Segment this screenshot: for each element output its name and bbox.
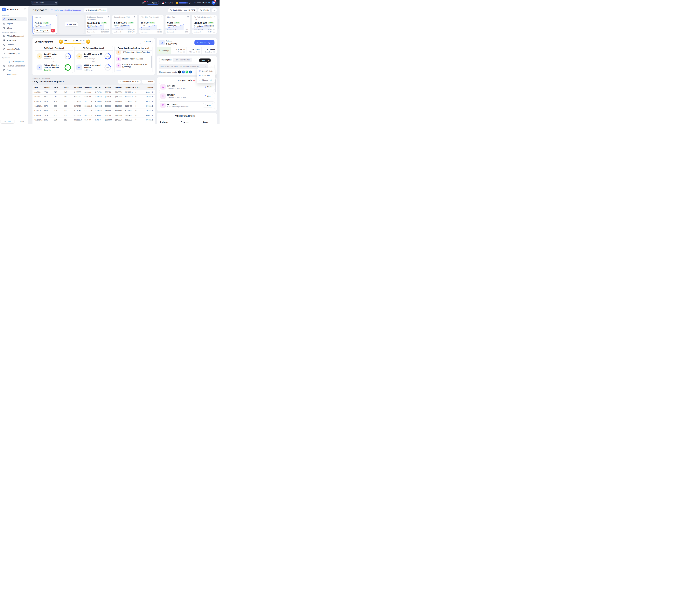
column-header[interactable]: CPAs	[63, 85, 73, 90]
copy-icon[interactable]	[205, 65, 207, 67]
column-header[interactable]: FTDs	[53, 85, 63, 90]
table-cell: 0	[134, 94, 144, 99]
rewards-list[interactable]: +5% Commission Boost (Recurring) Monthly…	[115, 51, 152, 71]
earnings-today: $ 1,245.00 Todayi	[171, 48, 186, 54]
share-x-icon[interactable]: X	[178, 71, 181, 73]
drag-handle-icon[interactable]	[107, 16, 109, 18]
change-kpi-button[interactable]: ⇄ Change KPI	[35, 29, 50, 33]
kpi-card-churn-rate[interactable]: Churn Rate 5.2%+100% Churn Rate Current …	[166, 15, 190, 34]
table-cell: 0	[134, 108, 144, 113]
delete-kpi-button[interactable]	[51, 29, 55, 33]
column-header[interactable]: Net Dep…	[93, 85, 104, 90]
share-linkedin-icon[interactable]: in	[189, 71, 192, 73]
sidebar-item-loyalty-program[interactable]: Loyalty Program	[2, 51, 27, 55]
code-icon: </>	[199, 75, 201, 76]
column-header[interactable]: Date	[33, 85, 43, 90]
drag-handle-icon[interactable]	[161, 16, 162, 18]
menu-item-get-code[interactable]: </> Get Code	[197, 73, 215, 78]
kpi-horizontal-scrollbar[interactable]	[33, 35, 217, 36]
drag-handle-icon[interactable]	[214, 16, 215, 18]
page-scrollbar[interactable]	[219, 19, 219, 29]
menu-item-get-qr-code[interactable]: Get QR Code	[197, 69, 215, 73]
column-header[interactable]: Commiss…	[144, 85, 155, 90]
search-affiliate-box[interactable]	[31, 1, 58, 5]
column-header[interactable]: Clicks	[134, 85, 144, 90]
tab-refer-sub-affiliates[interactable]: Refer Sub Affiliates	[173, 58, 191, 62]
column-header[interactable]: First Dep…	[73, 85, 83, 90]
copy-coupon-button[interactable]: Copy	[203, 103, 213, 107]
column-header[interactable]: Signups1	[43, 85, 53, 90]
theme-dark-button[interactable]: ☾ Dark	[14, 119, 28, 123]
coupon-scrollbar[interactable]	[216, 79, 216, 92]
request-payout-button[interactable]: Request Payout	[194, 40, 215, 45]
balance-value: $ 1,245.00	[166, 42, 177, 45]
messages-button[interactable]: 3	[141, 1, 145, 5]
table-cell: $94321.1	[144, 94, 155, 99]
switch-old-version-button[interactable]: ⇄ Switch to Old Version	[84, 8, 107, 12]
columns-button[interactable]: ⚙ Columns: 9 out of 19	[118, 80, 141, 84]
table-cell: $31222.3	[83, 108, 93, 113]
sidebar-item-email[interactable]: Email	[2, 68, 27, 72]
table-cell: $113350	[73, 94, 83, 99]
sidebar-item-offers[interactable]: Offers	[2, 26, 27, 30]
loyalty-expand-button[interactable]: → Expand	[140, 40, 152, 44]
report-title-dropdown[interactable]: Daily Performance Report ▾	[33, 80, 64, 83]
kpi-card-ftds[interactable]: FTDs (Firts-Time Deposits) 16,800+100% F…	[139, 15, 164, 34]
sidebar-item-marketing-tools[interactable]: Marketing Tools	[2, 47, 27, 51]
search-input[interactable]	[33, 2, 55, 4]
menu-item-shorten-link[interactable]: Shorten Link	[197, 78, 215, 83]
tab-tracking-link[interactable]: Tracking Link	[159, 58, 173, 62]
share-facebook-icon[interactable]: f	[182, 71, 185, 73]
filters-button[interactable]	[212, 8, 217, 12]
ask-ai-button[interactable]: Ask AI	[147, 1, 159, 5]
period-selector[interactable]: Weekly	[198, 8, 210, 12]
table-cell: $113350	[124, 118, 134, 122]
earnings-this-month: $ 1,245.00 This Monthi	[186, 48, 202, 54]
column-header[interactable]: Withdra…	[104, 85, 114, 90]
sidebar-item-payout-management[interactable]: Payout Management	[2, 59, 27, 64]
collapse-sidebar-icon[interactable]	[24, 8, 26, 11]
sidebar-item-affiliate-management[interactable]: Affiliate Management	[2, 34, 27, 38]
sidebar-item-products[interactable]: Products	[2, 43, 27, 47]
copy-icon	[204, 95, 206, 97]
language-selector[interactable]: Eng (US)	[162, 2, 172, 4]
info-icon[interactable]: i	[213, 51, 215, 53]
level-progress-group[interactable]: ✦ ?	[176, 2, 191, 4]
kpi-card-signups[interactable]: Sign-Ups 78,500 +100% Sign-Ups Current m…	[33, 15, 57, 34]
sidebar-item-notifications[interactable]: Notifications	[2, 72, 27, 76]
sidebar-item-reports[interactable]: Reports	[2, 21, 27, 25]
sidebar-item-revenue-management[interactable]: Revenue Management	[2, 64, 27, 68]
info-icon[interactable]: i	[183, 51, 185, 53]
points-total: /250 pts	[79, 40, 85, 42]
company-name: Acme Corp	[7, 8, 23, 11]
kpi-card-spread-revenue[interactable]: Spread Revenue (USD) $3,280,000+100% Spr…	[112, 15, 137, 34]
add-kpi-slot: + Add KPI	[59, 15, 84, 34]
sidebar-item-advertisers[interactable]: Advertisers	[2, 38, 27, 42]
kpi-card-net-deposits[interactable]: Net Deposits (Deposits – Withdrawals) $9…	[86, 15, 110, 34]
share-whatsapp-icon[interactable]	[186, 71, 188, 73]
table-cell: $94321.1	[144, 99, 155, 104]
info-icon[interactable]: i	[198, 51, 200, 53]
copy-coupon-button[interactable]: Copy	[203, 85, 213, 89]
account-menu-button[interactable]: OR 12 ▾	[211, 1, 218, 5]
help-icon[interactable]: ?	[189, 2, 191, 4]
table-cell: 112	[63, 122, 73, 124]
column-header[interactable]: SpreadUSD	[124, 85, 134, 90]
sidebar-item-dashboard[interactable]: Dashboard	[2, 17, 27, 21]
column-header[interactable]: Deposits	[83, 85, 93, 90]
date-range-picker[interactable]: Jan 6, 2024 – Jan 13, 2024	[168, 8, 197, 12]
drag-handle-icon[interactable]	[134, 16, 136, 18]
theme-light-button[interactable]: ☀ Light	[1, 119, 14, 123]
add-kpi-button[interactable]: + Add KPI	[65, 22, 78, 27]
section-label-overview: Overview	[0, 13, 28, 17]
medal-icon: ✦	[59, 39, 63, 44]
copy-coupon-button[interactable]: Copy	[203, 94, 213, 98]
rewards-scrollbar[interactable]	[151, 55, 152, 68]
drag-handle-icon[interactable]	[187, 16, 189, 18]
table-cell: 01/10/20…	[33, 99, 43, 104]
table-cell: $58258	[104, 104, 114, 108]
wallet-icon	[159, 40, 165, 45]
kpi-card-top-instrument[interactable]: Top Trading Instrument (by Lots) 98,300 …	[192, 15, 217, 34]
column-header[interactable]: ClientPnl	[114, 85, 124, 90]
report-expand-button[interactable]: → Expand	[142, 80, 155, 84]
